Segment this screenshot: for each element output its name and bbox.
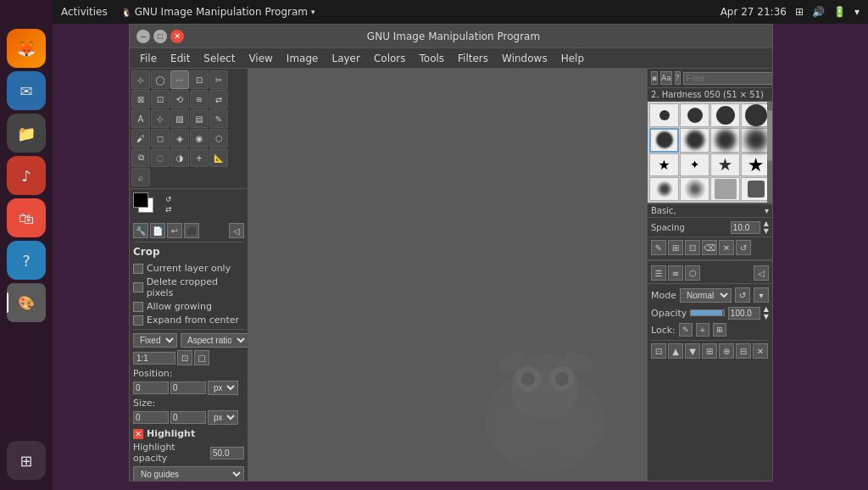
canvas-tab[interactable]: ⬛ bbox=[184, 223, 199, 238]
menu-layer[interactable]: Layer bbox=[325, 51, 366, 66]
tool-transform[interactable]: ⟲ bbox=[170, 90, 189, 109]
menu-file[interactable]: File bbox=[133, 51, 164, 66]
menu-edit[interactable]: Edit bbox=[164, 51, 197, 66]
brush-copy-icon[interactable]: ⊡ bbox=[685, 240, 700, 255]
taskbar-icon-files[interactable]: 📁 bbox=[7, 114, 46, 153]
brush-paste-icon[interactable]: ⌫ bbox=[702, 240, 717, 255]
brush-item[interactable]: ★ bbox=[741, 153, 771, 176]
reset-colors-icon[interactable]: ↺ bbox=[165, 195, 172, 203]
menu-filters[interactable]: Filters bbox=[451, 51, 495, 66]
duplicate-layer-icon[interactable]: ⊞ bbox=[702, 343, 717, 359]
brush-item[interactable] bbox=[741, 177, 771, 201]
brush-delete-icon[interactable]: ✕ bbox=[719, 240, 734, 255]
taskbar-icon-music[interactable]: ♪ bbox=[7, 156, 46, 195]
brushes-scrollbar[interactable] bbox=[767, 102, 772, 203]
brush-item[interactable]: ★ bbox=[710, 153, 740, 176]
mode-dropdown[interactable]: Normal bbox=[680, 288, 732, 303]
undo-tab[interactable]: ↩ bbox=[167, 223, 182, 238]
document-tab[interactable]: 📄 bbox=[150, 223, 165, 238]
tool-dodge[interactable]: ◑ bbox=[170, 148, 189, 167]
guides-dropdown[interactable]: No guides bbox=[133, 466, 244, 481]
minimize-button[interactable]: – bbox=[136, 30, 150, 43]
brush-item[interactable] bbox=[710, 128, 740, 152]
lock-position-icon[interactable]: + bbox=[696, 323, 709, 337]
tool-gradient[interactable]: ▤ bbox=[190, 109, 209, 128]
layers-panel-settings-icon[interactable]: ◁ bbox=[754, 265, 769, 281]
raise-layer-icon[interactable]: ▲ bbox=[668, 343, 683, 359]
taskbar-icon-appstore[interactable]: 🛍 bbox=[7, 198, 46, 237]
brush-item[interactable] bbox=[680, 128, 709, 152]
tool-crop[interactable]: ⊡ bbox=[151, 90, 170, 109]
paths-tab-icon[interactable]: ⬡ bbox=[685, 265, 700, 281]
tool-rect-select[interactable]: ⊹ bbox=[131, 70, 150, 89]
swap-colors-icon[interactable]: ⇄ bbox=[165, 205, 172, 214]
tool-airbrush[interactable]: ◈ bbox=[170, 129, 189, 148]
canvas-content[interactable] bbox=[248, 69, 647, 481]
lower-layer-icon[interactable]: ▼ bbox=[685, 343, 700, 359]
opacity-up-icon[interactable]: ▲ bbox=[764, 305, 769, 313]
allow-growing-checkbox[interactable] bbox=[133, 302, 143, 312]
ratio-portrait-icon[interactable]: ⊡ bbox=[177, 350, 192, 365]
mode-extra-icon[interactable]: ↺ bbox=[735, 287, 750, 303]
aspect-ratio-dropdown[interactable]: Aspect ratio bbox=[181, 333, 248, 348]
merge-down-icon[interactable]: ⊟ bbox=[736, 343, 751, 359]
brush-refresh-icon[interactable]: ↺ bbox=[736, 240, 751, 255]
dynamics-tab-icon[interactable]: ? bbox=[675, 71, 681, 85]
brush-duplicate-icon[interactable]: ⊞ bbox=[668, 240, 683, 255]
taskbar-icon-help[interactable]: ? bbox=[7, 241, 46, 280]
tool-paintbrush[interactable]: 🖌 bbox=[131, 129, 150, 148]
spacing-down-icon[interactable]: ▼ bbox=[764, 227, 769, 235]
tool-free-select[interactable]: ⋯ bbox=[170, 70, 189, 89]
tool-text[interactable]: A bbox=[131, 109, 150, 128]
close-button[interactable]: ✕ bbox=[170, 30, 184, 43]
brush-edit-icon[interactable]: ✎ bbox=[651, 240, 666, 255]
brush-item[interactable]: ✦ bbox=[680, 153, 709, 176]
brush-item-selected[interactable] bbox=[649, 128, 679, 152]
tool-eraser[interactable]: ◻ bbox=[151, 129, 170, 148]
tool-ellipse-select[interactable]: ◯ bbox=[151, 70, 170, 89]
patterns-tab-icon[interactable]: Aa bbox=[660, 71, 672, 85]
brushes-filter-input[interactable] bbox=[683, 72, 772, 85]
taskbar-icon-apps[interactable]: ⊞ bbox=[7, 441, 46, 480]
mode-extra2-icon[interactable]: ▾ bbox=[754, 287, 769, 303]
ratio-input[interactable] bbox=[133, 352, 175, 365]
foreground-color[interactable] bbox=[133, 192, 148, 208]
tool-zoom[interactable]: ⌕ bbox=[131, 168, 150, 187]
size-h-input[interactable] bbox=[170, 411, 206, 424]
spacing-input[interactable] bbox=[731, 221, 760, 234]
tool-warp[interactable]: ≋ bbox=[190, 90, 209, 109]
maximize-button[interactable]: □ bbox=[153, 30, 167, 43]
position-y-input[interactable] bbox=[170, 381, 206, 394]
tool-pencil[interactable]: ✎ bbox=[209, 109, 228, 128]
taskbar-icon-firefox[interactable]: 🦊 bbox=[7, 29, 46, 68]
tool-clone[interactable]: ⧉ bbox=[131, 148, 150, 167]
size-w-input[interactable] bbox=[133, 411, 169, 424]
delete-cropped-checkbox[interactable] bbox=[133, 282, 143, 292]
menu-help[interactable]: Help bbox=[554, 51, 591, 66]
highlight-opacity-input[interactable] bbox=[210, 447, 244, 459]
brush-item[interactable] bbox=[649, 177, 679, 201]
taskbar-icon-email[interactable]: ✉ bbox=[7, 71, 46, 110]
activities-label[interactable]: Activities bbox=[61, 6, 108, 18]
brush-item[interactable] bbox=[680, 103, 709, 127]
brush-item[interactable]: ★ bbox=[649, 153, 679, 176]
menu-view[interactable]: View bbox=[242, 51, 279, 66]
layers-tab-icon[interactable]: ☰ bbox=[651, 265, 666, 281]
tool-fuzzy[interactable]: ⊡ bbox=[190, 70, 209, 89]
menu-image[interactable]: Image bbox=[280, 51, 326, 66]
brush-item[interactable] bbox=[741, 103, 771, 127]
position-unit-select[interactable]: px bbox=[208, 381, 238, 395]
tool-flip[interactable]: ⇄ bbox=[209, 90, 228, 109]
brush-item[interactable] bbox=[649, 103, 679, 127]
channels-tab-icon[interactable]: ≡ bbox=[668, 265, 683, 281]
menu-windows[interactable]: Windows bbox=[495, 51, 554, 66]
tool-ink[interactable]: ◉ bbox=[190, 129, 209, 148]
tool-bucket[interactable]: ▨ bbox=[170, 109, 189, 128]
tool-color-picker[interactable]: + bbox=[190, 148, 209, 167]
current-layer-only-checkbox[interactable] bbox=[133, 264, 143, 274]
delete-layer-icon[interactable]: ✕ bbox=[753, 343, 768, 359]
menu-select[interactable]: Select bbox=[197, 51, 242, 66]
position-x-input[interactable] bbox=[133, 381, 169, 394]
highlight-remove-icon[interactable]: ✕ bbox=[133, 429, 143, 439]
brush-item[interactable] bbox=[710, 177, 740, 201]
